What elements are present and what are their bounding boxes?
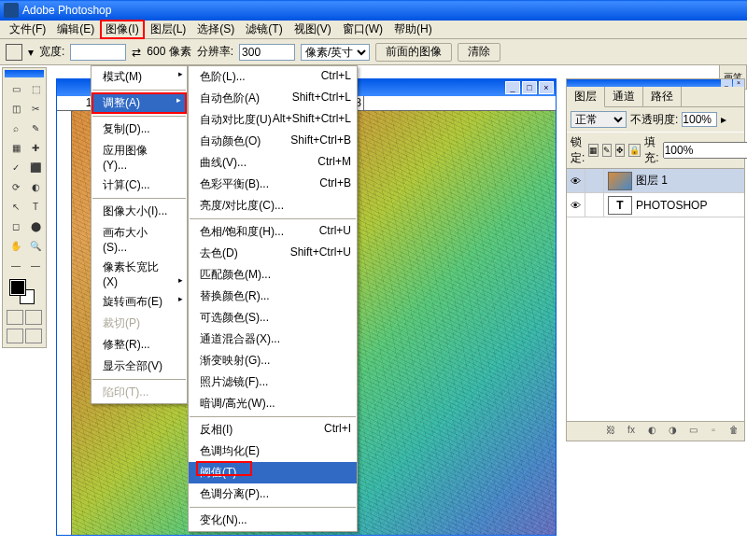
- adjust-item[interactable]: 色调均化(E): [189, 441, 357, 462]
- layer-row[interactable]: 👁TPHOTOSHOP: [567, 193, 744, 217]
- menu-item[interactable]: 复制(D)...: [92, 119, 187, 140]
- adjust-item[interactable]: 去色(D)Shift+Ctrl+U: [189, 243, 357, 264]
- tool-3[interactable]: ✂: [26, 99, 45, 118]
- menu-item[interactable]: 应用图像(Y)...: [92, 140, 187, 175]
- adjust-item[interactable]: 替换颜色(R)...: [189, 286, 357, 307]
- menu-item[interactable]: 画布大小(S)...: [92, 222, 187, 257]
- lock-paint-icon[interactable]: ✎: [602, 144, 612, 157]
- menu-6[interactable]: 视图(V): [289, 20, 337, 39]
- color-swatches[interactable]: [5, 276, 44, 308]
- link-cell[interactable]: [585, 193, 604, 217]
- tool-5[interactable]: ✎: [26, 119, 45, 137]
- minimize-icon[interactable]: _: [505, 81, 520, 94]
- menu-item[interactable]: 修整(R)...: [92, 334, 187, 356]
- toolbox-header[interactable]: [5, 70, 44, 77]
- panel-minimize-icon[interactable]: _: [721, 79, 732, 87]
- foreground-color[interactable]: [10, 280, 25, 295]
- screen-mode-1[interactable]: [7, 329, 23, 343]
- tool-9[interactable]: ⬛: [26, 158, 45, 176]
- tool-16[interactable]: ✋: [7, 236, 25, 255]
- menu-3[interactable]: 图层(L): [145, 20, 192, 39]
- link-layers-icon[interactable]: ⛓: [603, 425, 618, 438]
- tool-15[interactable]: ⬤: [26, 217, 45, 235]
- link-cell[interactable]: [585, 169, 604, 192]
- adjust-item[interactable]: 照片滤镜(F)...: [189, 371, 357, 393]
- close-icon[interactable]: ×: [539, 81, 554, 94]
- lock-transparency-icon[interactable]: ▦: [588, 144, 599, 157]
- layer-row[interactable]: 👁图层 1: [567, 169, 744, 193]
- menu-0[interactable]: 文件(F): [4, 20, 51, 39]
- tool-14[interactable]: ◻: [7, 217, 25, 235]
- adjust-item[interactable]: 亮度/对比度(C)...: [189, 195, 357, 217]
- tool-8[interactable]: ✓: [7, 158, 25, 176]
- adjust-item[interactable]: 自动色阶(A)Shift+Ctrl+L: [189, 88, 357, 109]
- adjust-item[interactable]: 变化(N)...: [189, 510, 357, 531]
- tool-4[interactable]: ⌕: [7, 119, 25, 137]
- adjust-item[interactable]: 暗调/高光(W)...: [189, 393, 357, 414]
- layers-panel-header[interactable]: _ ×: [567, 79, 744, 87]
- adjust-item[interactable]: 色彩平衡(B)...Ctrl+B: [189, 174, 357, 195]
- visibility-icon[interactable]: 👁: [567, 193, 585, 217]
- menu-5[interactable]: 滤镜(T): [240, 20, 288, 39]
- adjust-item[interactable]: 色阶(L)...Ctrl+L: [189, 66, 357, 88]
- tool-12[interactable]: ↖: [7, 197, 25, 216]
- menu-item[interactable]: 调整(A): [92, 92, 187, 114]
- opacity-arrow-icon[interactable]: ▸: [721, 113, 726, 126]
- menu-item[interactable]: 计算(C)...: [92, 175, 187, 196]
- delete-layer-icon[interactable]: 🗑: [726, 425, 741, 438]
- adjust-item[interactable]: 通道混合器(X)...: [189, 329, 357, 350]
- standard-mode-icon[interactable]: [7, 310, 23, 325]
- tool-11[interactable]: ◐: [26, 177, 45, 196]
- group-icon[interactable]: ▭: [685, 425, 700, 438]
- tool-6[interactable]: ▦: [7, 138, 25, 157]
- menu-item[interactable]: 图像大小(I)...: [92, 201, 187, 222]
- adjust-item[interactable]: 色调分离(P)...: [189, 483, 357, 505]
- adjust-item[interactable]: 自动对比度(U)Alt+Shift+Ctrl+L: [189, 109, 357, 131]
- screen-mode-2[interactable]: [25, 329, 42, 343]
- blend-mode-select[interactable]: 正常: [571, 111, 627, 128]
- quickmask-mode-icon[interactable]: [25, 310, 42, 325]
- dropdown-icon[interactable]: ▾: [28, 46, 34, 59]
- menu-item[interactable]: 像素长宽比(X): [92, 257, 187, 291]
- layer-mask-icon[interactable]: ◐: [644, 425, 659, 438]
- tool-1[interactable]: ⬚: [26, 79, 45, 98]
- adjust-item[interactable]: 渐变映射(G)...: [189, 350, 357, 371]
- adjust-item[interactable]: 匹配颜色(M)...: [189, 264, 357, 286]
- resolution-input[interactable]: [239, 44, 295, 61]
- layer-thumbnail[interactable]: [608, 172, 632, 190]
- tab-paths[interactable]: 路径: [643, 87, 682, 106]
- menu-4[interactable]: 选择(S): [191, 20, 240, 39]
- adjust-item[interactable]: 自动颜色(O)Shift+Ctrl+B: [189, 131, 357, 152]
- unit-select[interactable]: 像素/英寸: [301, 44, 370, 61]
- menu-item[interactable]: 显示全部(V): [92, 356, 187, 377]
- new-layer-icon[interactable]: ▫: [706, 425, 721, 438]
- adjust-item[interactable]: 阈值(T)...: [189, 462, 357, 483]
- tab-layers[interactable]: 图层: [567, 87, 605, 107]
- menu-item[interactable]: 旋转画布(E): [92, 291, 187, 313]
- crop-tool-icon[interactable]: [6, 44, 22, 61]
- menu-8[interactable]: 帮助(H): [388, 20, 438, 39]
- front-image-button[interactable]: 前面的图像: [375, 43, 452, 62]
- adjust-item[interactable]: 曲线(V)...Ctrl+M: [189, 152, 357, 174]
- menu-2[interactable]: 图像(I): [100, 20, 144, 39]
- layer-thumbnail[interactable]: T: [608, 196, 632, 215]
- adjustment-layer-icon[interactable]: ◑: [665, 425, 680, 438]
- tool-17[interactable]: 🔍: [26, 236, 45, 255]
- layer-style-icon[interactable]: fx: [624, 425, 639, 438]
- lock-all-icon[interactable]: 🔒: [628, 144, 641, 157]
- visibility-icon[interactable]: 👁: [567, 169, 585, 192]
- adjust-item[interactable]: 可选颜色(S)...: [189, 307, 357, 329]
- panel-close-icon[interactable]: ×: [733, 79, 744, 87]
- maximize-icon[interactable]: □: [522, 81, 537, 94]
- tab-channels[interactable]: 通道: [605, 87, 643, 106]
- tool-18[interactable]: —: [7, 256, 25, 274]
- adjust-item[interactable]: 反相(I)Ctrl+I: [189, 419, 357, 441]
- tool-0[interactable]: ▭: [7, 79, 25, 98]
- fill-input[interactable]: [663, 142, 747, 159]
- opacity-input[interactable]: [682, 112, 717, 127]
- tool-13[interactable]: T: [26, 197, 45, 216]
- swap-icon[interactable]: ⇄: [132, 46, 141, 59]
- adjust-item[interactable]: 色相/饱和度(H)...Ctrl+U: [189, 221, 357, 243]
- width-input[interactable]: [70, 44, 126, 61]
- tool-7[interactable]: ✚: [26, 138, 45, 157]
